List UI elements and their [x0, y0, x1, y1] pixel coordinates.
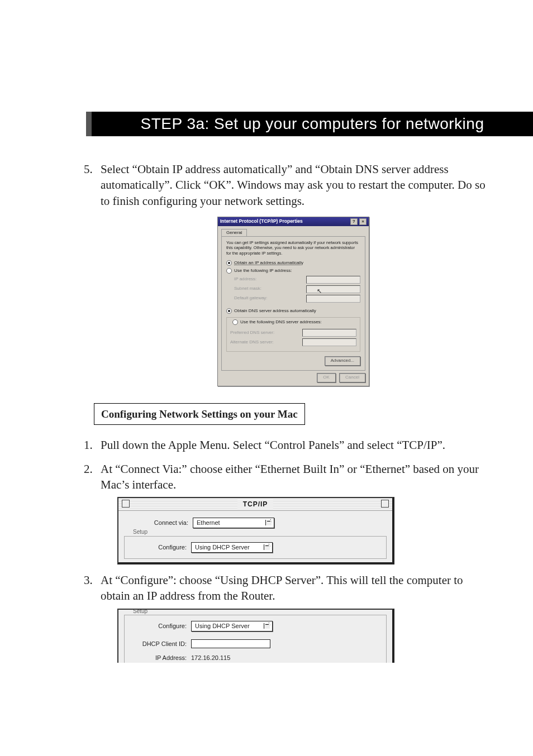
radio-use-following-ip-label: Use the following IP address:	[234, 268, 292, 274]
value-ip-address: 172.16.20.115	[191, 654, 230, 662]
help-icon[interactable]: ?	[350, 218, 358, 225]
select-configure[interactable]: Using DHCP Server ▴▾	[191, 621, 273, 631]
input-dhcp-client-id[interactable]	[191, 639, 270, 648]
advanced-button[interactable]: Advanced...	[325, 356, 360, 366]
section-heading-mac: Configuring Network Settings on your Mac	[94, 403, 305, 425]
input-ip-address[interactable]	[306, 276, 360, 284]
ok-button[interactable]: OK	[317, 373, 336, 382]
close-icon[interactable]: ×	[359, 218, 367, 225]
label-configure: Configure:	[134, 543, 187, 552]
mac-tcpip-window-2: Setup Configure: Using DHCP Server ▴▾	[117, 609, 394, 663]
step-5-text: Select “Obtain IP address automatically”…	[101, 162, 486, 208]
select-configure-value: Using DHCP Server	[195, 544, 250, 551]
radio-dot-icon	[226, 308, 232, 314]
radio-dot-icon	[226, 268, 232, 274]
radio-dot-icon	[232, 319, 238, 325]
mac-step-1-text: Pull down the Apple Menu. Select “Contro…	[101, 438, 445, 452]
content-body: Select “Obtain IP address automatically”…	[84, 161, 486, 663]
label-preferred-dns: Preferred DNS server:	[230, 330, 302, 336]
label-setup-group: Setup	[131, 529, 150, 535]
radio-dot-icon	[226, 260, 232, 266]
page-header: STEP 3a: Set up your computers for netwo…	[86, 112, 533, 136]
windows-tcpip-dialog: Internet Protocol (TCP/IP) Properties ? …	[217, 217, 369, 386]
radio-obtain-ip-auto[interactable]: Obtain an IP address automatically	[226, 260, 360, 266]
label-default-gateway: Default gateway:	[234, 295, 306, 302]
mac-window-title: TCP/IP	[237, 500, 274, 509]
mac-tcpip-window-1: TCP/IP Connect via: Ethernet ▴▾	[117, 497, 394, 564]
radio-obtain-ip-label: Obtain an IP address automatically	[234, 260, 303, 266]
mac-step-3-text: At “Configure”: choose “Using DHCP Serve…	[101, 573, 463, 602]
radio-use-following-ip[interactable]: Use the following IP address:	[226, 268, 360, 274]
radio-use-following-dns[interactable]: Use the following DNS server addresses:	[230, 319, 324, 326]
cancel-button[interactable]: Cancel	[339, 373, 365, 382]
input-preferred-dns[interactable]	[302, 329, 356, 337]
mac-step-2: At “Connect Via:” choose either “Etherne…	[84, 461, 486, 564]
chevron-updown-icon: ▴▾	[268, 622, 270, 628]
select-configure-value: Using DHCP Server	[195, 623, 250, 629]
chevron-updown-icon: ▴▾	[269, 519, 272, 524]
input-subnet-mask[interactable]	[306, 285, 360, 293]
radio-obtain-dns-auto[interactable]: Obtain DNS server address automatically	[226, 308, 360, 314]
label-connect-via: Connect via:	[135, 519, 188, 527]
page-header-title: STEP 3a: Set up your computers for netwo…	[141, 115, 484, 132]
windows-dialog-titlebar: Internet Protocol (TCP/IP) Properties ? …	[218, 217, 369, 226]
select-connect-via-value: Ethernet	[197, 519, 220, 526]
mac-step-3: At “Configure”: choose “Using DHCP Serve…	[84, 572, 486, 663]
section-heading-mac-text: Configuring Network Settings on your Mac	[101, 408, 298, 420]
mac-window-titlebar: TCP/IP	[118, 498, 392, 511]
radio-use-following-dns-label: Use the following DNS server addresses:	[240, 319, 322, 326]
close-icon[interactable]	[122, 500, 130, 508]
label-alternate-dns: Alternate DNS server:	[230, 339, 302, 346]
label-configure: Configure:	[134, 622, 187, 630]
mac-step-2-text: At “Connect Via:” choose either “Etherne…	[101, 462, 479, 491]
label-ip-address: IP address:	[234, 276, 306, 283]
tab-general[interactable]: General	[221, 229, 247, 237]
windows-dialog-title: Internet Protocol (TCP/IP) Properties	[220, 218, 303, 224]
input-alternate-dns[interactable]	[302, 338, 356, 346]
mac-step-1: Pull down the Apple Menu. Select “Contro…	[84, 437, 486, 453]
label-ip-address: IP Address:	[134, 654, 187, 662]
windows-note-text: You can get IP settings assigned automat…	[226, 240, 360, 256]
label-setup-group: Setup	[131, 609, 150, 614]
select-connect-via[interactable]: Ethernet ▴▾	[193, 518, 274, 528]
radio-obtain-dns-label: Obtain DNS server address automatically	[234, 308, 316, 314]
label-dhcp-client-id: DHCP Client ID:	[128, 640, 187, 648]
chevron-updown-icon: ▴▾	[268, 543, 270, 549]
zoom-icon[interactable]	[381, 500, 389, 508]
label-subnet-mask: Subnet mask:	[234, 286, 306, 292]
input-default-gateway[interactable]	[306, 295, 360, 303]
select-configure[interactable]: Using DHCP Server ▴▾	[191, 542, 273, 553]
step-5: Select “Obtain IP address automatically”…	[84, 161, 486, 386]
